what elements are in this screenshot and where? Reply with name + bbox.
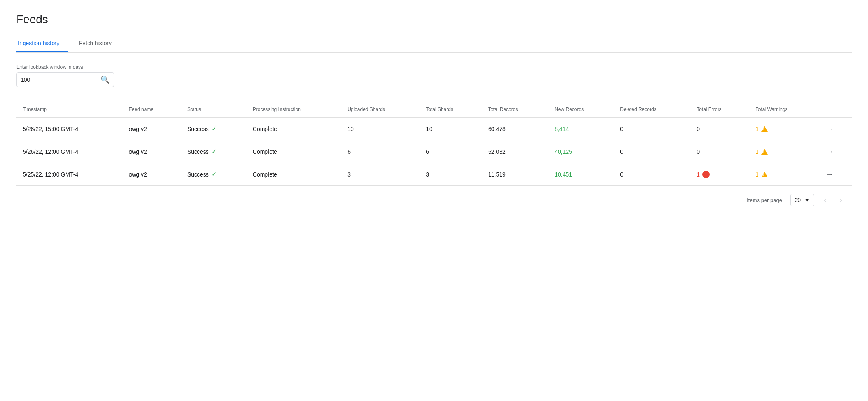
page-title: Feeds	[16, 13, 852, 26]
cell-total-warnings: 1	[749, 140, 819, 163]
cell-total-records: 52,032	[482, 140, 548, 163]
col-total-errors: Total Errors	[690, 102, 749, 118]
cell-uploaded-shards: 6	[341, 140, 419, 163]
cell-new-records: 40,125	[548, 140, 614, 163]
items-per-page-label: Items per page:	[747, 197, 783, 203]
error-count: 1	[697, 171, 700, 178]
cell-timestamp: 5/26/22, 15:00 GMT-4	[16, 118, 122, 140]
lookback-label: Enter lookback window in days	[16, 64, 852, 70]
cell-processing-instruction: Complete	[246, 118, 341, 140]
status-label: Success	[187, 171, 209, 178]
tabs-container: Ingestion history Fetch history	[16, 36, 852, 53]
cell-timestamp: 5/26/22, 12:00 GMT-4	[16, 140, 122, 163]
tab-fetch-history[interactable]: Fetch history	[77, 36, 120, 52]
cell-uploaded-shards: 10	[341, 118, 419, 140]
cell-new-records: 8,414	[548, 118, 614, 140]
page-container: Feeds Ingestion history Fetch history En…	[0, 0, 868, 219]
warning-icon	[761, 172, 768, 177]
cell-status: Success ✓	[181, 140, 246, 163]
table-row: 5/26/22, 12:00 GMT-4owg.v2 Success ✓ Com…	[16, 140, 852, 163]
warning-count: 1	[756, 171, 759, 178]
col-status: Status	[181, 102, 246, 118]
warning-count: 1	[756, 126, 759, 132]
lookback-input[interactable]	[21, 76, 101, 83]
search-icon[interactable]: 🔍	[101, 75, 110, 84]
cell-total-records: 11,519	[482, 163, 548, 186]
pagination: Items per page: 20 ▼ ‹ ›	[16, 186, 852, 206]
ingestion-table: Timestamp Feed name Status Processing In…	[16, 102, 852, 186]
col-action	[819, 102, 852, 118]
check-icon: ✓	[211, 125, 217, 133]
cell-feed-name: owg.v2	[122, 140, 181, 163]
col-new-records: New Records	[548, 102, 614, 118]
items-per-page-value: 20	[795, 197, 801, 203]
cell-timestamp: 5/25/22, 12:00 GMT-4	[16, 163, 122, 186]
row-detail-arrow[interactable]: →	[825, 124, 845, 133]
next-page-button[interactable]: ›	[836, 194, 845, 206]
cell-total-errors: 0	[690, 118, 749, 140]
warning-icon	[761, 126, 768, 132]
cell-action[interactable]: →	[819, 163, 852, 186]
row-detail-arrow[interactable]: →	[825, 147, 845, 156]
cell-deleted-records: 0	[614, 140, 690, 163]
status-label: Success	[187, 126, 209, 132]
lookback-section: Enter lookback window in days 🔍	[16, 64, 852, 87]
warning-icon	[761, 149, 768, 155]
cell-total-errors: 0	[690, 140, 749, 163]
cell-deleted-records: 0	[614, 118, 690, 140]
col-timestamp: Timestamp	[16, 102, 122, 118]
cell-action[interactable]: →	[819, 118, 852, 140]
cell-status: Success ✓	[181, 163, 246, 186]
cell-action[interactable]: →	[819, 140, 852, 163]
prev-page-button[interactable]: ‹	[821, 194, 830, 206]
col-total-warnings: Total Warnings	[749, 102, 819, 118]
col-uploaded-shards: Uploaded Shards	[341, 102, 419, 118]
col-deleted-records: Deleted Records	[614, 102, 690, 118]
col-total-records: Total Records	[482, 102, 548, 118]
table-header-row: Timestamp Feed name Status Processing In…	[16, 102, 852, 118]
row-detail-arrow[interactable]: →	[825, 170, 845, 179]
col-processing-instruction: Processing Instruction	[246, 102, 341, 118]
items-per-page-select[interactable]: 20 ▼	[790, 194, 814, 206]
check-icon: ✓	[211, 148, 217, 155]
cell-total-records: 60,478	[482, 118, 548, 140]
cell-total-shards: 6	[419, 140, 482, 163]
cell-total-warnings: 1	[749, 118, 819, 140]
cell-status: Success ✓	[181, 118, 246, 140]
cell-uploaded-shards: 3	[341, 163, 419, 186]
check-icon: ✓	[211, 170, 217, 178]
table-row: 5/25/22, 12:00 GMT-4owg.v2 Success ✓ Com…	[16, 163, 852, 186]
warning-count: 1	[756, 148, 759, 155]
cell-feed-name: owg.v2	[122, 163, 181, 186]
cell-total-shards: 3	[419, 163, 482, 186]
cell-feed-name: owg.v2	[122, 118, 181, 140]
col-total-shards: Total Shards	[419, 102, 482, 118]
cell-total-warnings: 1	[749, 163, 819, 186]
tab-ingestion-history[interactable]: Ingestion history	[16, 36, 68, 52]
cell-processing-instruction: Complete	[246, 140, 341, 163]
status-label: Success	[187, 148, 209, 155]
cell-processing-instruction: Complete	[246, 163, 341, 186]
chevron-down-icon: ▼	[804, 197, 810, 203]
col-feed-name: Feed name	[122, 102, 181, 118]
cell-total-shards: 10	[419, 118, 482, 140]
table-row: 5/26/22, 15:00 GMT-4owg.v2 Success ✓ Com…	[16, 118, 852, 140]
cell-deleted-records: 0	[614, 163, 690, 186]
cell-total-errors: 1!	[690, 163, 749, 186]
error-icon: !	[702, 171, 710, 178]
cell-new-records: 10,451	[548, 163, 614, 186]
search-box: 🔍	[16, 72, 114, 87]
